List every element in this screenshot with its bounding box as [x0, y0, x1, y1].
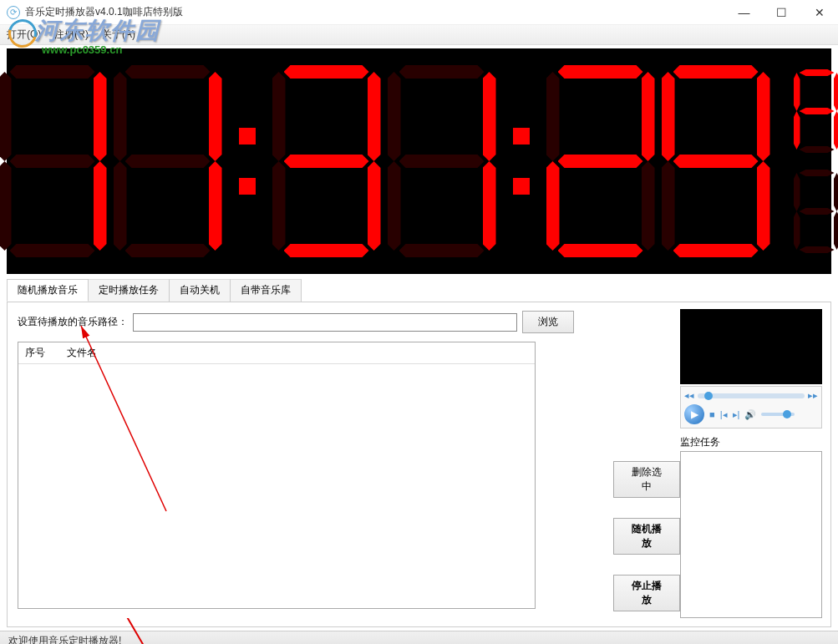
ampm-indicator: [794, 69, 839, 253]
colon-2: [513, 128, 530, 195]
menu-open[interactable]: 打开(O): [7, 28, 41, 42]
colon-1: [239, 128, 256, 195]
browse-button[interactable]: 浏览: [522, 311, 574, 333]
maximize-button[interactable]: ☐: [763, 0, 800, 25]
action-buttons: 删除选中 随机播放 停止播放: [613, 302, 680, 626]
path-label: 设置待播放的音乐路径：: [18, 315, 128, 329]
digit-h1: [0, 65, 107, 257]
tab-music-library[interactable]: 自带音乐库: [230, 279, 302, 302]
tabs: 随机播放音乐 定时播放任务 自动关机 自带音乐库: [7, 279, 831, 302]
forward-icon[interactable]: ▸▸: [808, 390, 818, 401]
minimize-button[interactable]: —: [725, 0, 763, 25]
col-filename[interactable]: 文件名: [60, 342, 535, 363]
seek-slider[interactable]: [698, 393, 805, 398]
tab-random-play[interactable]: 随机播放音乐: [7, 279, 89, 302]
media-player: ◂◂ ▸▸ ▶ ■ |◂ ▸| 🔊: [680, 386, 822, 428]
file-list-header: 序号 文件名: [18, 342, 535, 364]
file-list[interactable]: 序号 文件名: [18, 342, 536, 609]
prev-icon[interactable]: |◂: [720, 409, 728, 420]
clock-display: [7, 48, 831, 274]
menu-about[interactable]: 关于(A): [102, 28, 135, 42]
content-area: 设置待播放的音乐路径： 浏览 序号 文件名 删除选中 随机播放 停止播放 ◂: [7, 302, 831, 627]
stop-play-button[interactable]: 停止播放: [613, 575, 680, 611]
right-panel: ◂◂ ▸▸ ▶ ■ |◂ ▸| 🔊 监控任务: [680, 302, 830, 626]
next-icon[interactable]: ▸|: [733, 409, 740, 420]
digit-m2: [388, 65, 496, 257]
digit-m1: [272, 65, 381, 257]
monitor-label: 监控任务: [680, 435, 822, 449]
digit-h2: [114, 65, 222, 257]
play-button[interactable]: ▶: [684, 404, 704, 424]
delete-selected-button[interactable]: 删除选中: [613, 461, 680, 498]
video-preview: [680, 309, 822, 384]
stop-icon[interactable]: ■: [709, 409, 715, 419]
status-bar: 欢迎使用音乐定时播放器!: [0, 631, 838, 644]
left-panel: 设置待播放的音乐路径： 浏览 序号 文件名: [8, 302, 613, 626]
random-play-button[interactable]: 随机播放: [613, 518, 680, 555]
rewind-icon[interactable]: ◂◂: [684, 390, 694, 401]
tab-auto-shutdown[interactable]: 自动关机: [169, 279, 231, 302]
window-controls: — ☐ ✕: [725, 0, 838, 25]
volume-icon[interactable]: 🔊: [744, 409, 756, 420]
window-title: 音乐定时播放器v4.0.1咖啡店特别版: [25, 5, 183, 19]
menubar: 打开(O) 注册(R) 关于(A): [0, 25, 838, 45]
col-number[interactable]: 序号: [18, 342, 60, 363]
volume-slider[interactable]: [761, 413, 795, 416]
menu-register[interactable]: 注册(R): [54, 28, 89, 42]
digit-s1: [546, 65, 655, 257]
path-input[interactable]: [133, 313, 517, 332]
monitor-task-list[interactable]: [680, 451, 822, 618]
titlebar: ⟳ 音乐定时播放器v4.0.1咖啡店特别版 — ☐ ✕: [0, 0, 838, 25]
digit-s2: [662, 65, 770, 257]
close-button[interactable]: ✕: [800, 0, 838, 25]
app-icon: ⟳: [7, 6, 20, 19]
status-text: 欢迎使用音乐定时播放器!: [8, 635, 121, 644]
tab-scheduled-play[interactable]: 定时播放任务: [88, 279, 170, 302]
